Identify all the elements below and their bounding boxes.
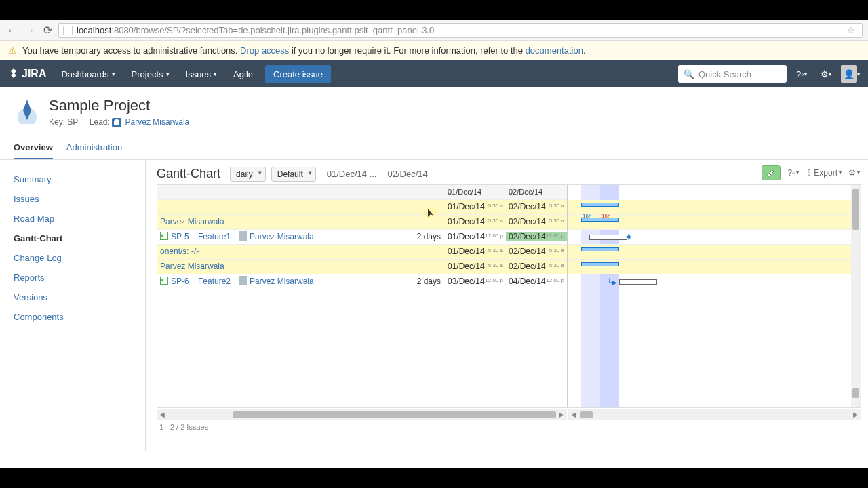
page-icon bbox=[63, 26, 73, 35]
url-path: :8080/browse/SP/?selectedTab=de.polschei… bbox=[111, 25, 434, 35]
pagination-info: 1 - 2 / 2 Issues bbox=[157, 423, 861, 431]
sidebar-item-summary[interactable]: Summary bbox=[0, 169, 145, 189]
warning-icon: ⚠ bbox=[8, 45, 17, 56]
header-date1: 01/Dec/14 bbox=[445, 188, 506, 196]
project-title: Sample Project bbox=[49, 97, 189, 115]
gantt-row: Parvez Misarwala01/Dec/145:30 a02/Dec/14… bbox=[157, 260, 567, 274]
nav-dashboards[interactable]: Dashboards▾ bbox=[54, 60, 121, 87]
banner-text: You have temporary access to administrat… bbox=[22, 45, 237, 56]
right-hscroll[interactable]: ◀ ▶ bbox=[568, 409, 861, 420]
assignee-link[interactable]: Parvez Misarwala bbox=[247, 232, 328, 241]
date-from: 01/Dec/14 ... bbox=[327, 169, 377, 179]
task-icon bbox=[160, 232, 168, 240]
back-button[interactable]: ← bbox=[5, 24, 19, 37]
person-icon bbox=[112, 118, 121, 127]
gantt-row: 01/Dec/145:30 a02/Dec/145:30 a bbox=[157, 200, 567, 215]
sidebar: SummaryIssuesRoad MapGantt-ChartChange L… bbox=[0, 160, 146, 451]
nav-issues[interactable]: Issues▾ bbox=[179, 60, 224, 87]
quick-search[interactable]: 🔍 Quick Search bbox=[678, 65, 787, 83]
avatar-icon bbox=[239, 231, 247, 241]
issue-key[interactable]: SP-5 bbox=[168, 232, 195, 241]
style-dropdown[interactable]: Default bbox=[271, 167, 316, 182]
gear-icon[interactable]: ⚙▾ bbox=[848, 168, 860, 178]
view-dropdown[interactable]: daily bbox=[230, 167, 266, 182]
sidebar-item-issues[interactable]: Issues bbox=[0, 189, 145, 209]
help-icon[interactable]: ?◦▾ bbox=[792, 64, 811, 83]
gantt-title: Gantt-Chart bbox=[157, 167, 220, 181]
address-bar[interactable]: localhost:8080/browse/SP/?selectedTab=de… bbox=[58, 23, 863, 38]
gantt-row: onent/s: -/-01/Dec/145:30 a02/Dec/145:30… bbox=[157, 245, 567, 260]
duration: 2 days bbox=[404, 277, 445, 286]
reload-button[interactable]: ⟳ bbox=[41, 24, 54, 37]
sidebar-item-versions[interactable]: Versions bbox=[0, 287, 145, 307]
progress-icon: ◉ bbox=[626, 232, 632, 240]
sidebar-item-reports[interactable]: Reports bbox=[0, 268, 145, 287]
date-to: 02/Dec/14 bbox=[387, 169, 427, 179]
jira-logo[interactable]: JIRA bbox=[8, 68, 46, 80]
sidebar-item-gantt-chart[interactable]: Gantt-Chart bbox=[0, 228, 145, 248]
edit-button[interactable] bbox=[762, 165, 781, 180]
sidebar-item-road-map[interactable]: Road Map bbox=[0, 209, 145, 228]
sidebar-item-change-log[interactable]: Change Log bbox=[0, 248, 145, 268]
gantt-row: Parvez Misarwala01/Dec/145:30 a02/Dec/14… bbox=[157, 215, 567, 230]
documentation-link[interactable]: documentation bbox=[526, 45, 583, 56]
nav-agile[interactable]: Agile bbox=[226, 60, 260, 87]
tab-overview[interactable]: Overview bbox=[14, 137, 53, 159]
gantt-row: SP-6Feature2Parvez Misarwala2 days03/Dec… bbox=[157, 274, 567, 289]
issue-key[interactable]: SP-6 bbox=[168, 277, 195, 286]
header-date2: 02/Dec/14 bbox=[506, 188, 567, 196]
help-icon[interactable]: ?◦▾ bbox=[787, 168, 799, 178]
issue-summary[interactable]: Feature1 bbox=[195, 232, 236, 241]
dependency-arrow-icon: └▶ bbox=[607, 279, 617, 286]
task-icon bbox=[160, 277, 168, 285]
avatar-icon bbox=[239, 276, 247, 285]
drop-access-link[interactable]: Drop access bbox=[240, 45, 289, 56]
forward-button[interactable]: → bbox=[23, 24, 37, 37]
search-icon: 🔍 bbox=[684, 69, 694, 79]
gantt-bar-sp6[interactable] bbox=[619, 279, 657, 285]
gantt-row: SP-5Feature1Parvez Misarwala2 days01/Dec… bbox=[157, 230, 567, 245]
tab-administration[interactable]: Administration bbox=[66, 137, 122, 159]
sidebar-item-components[interactable]: Components bbox=[0, 307, 145, 327]
bookmark-icon[interactable]: ☆ bbox=[847, 25, 858, 36]
end-date: 04/Dec/1412:00 p bbox=[506, 277, 567, 286]
group-label[interactable]: onent/s: -/- bbox=[157, 247, 445, 256]
badge-16h-red: 16h bbox=[601, 213, 610, 219]
duration: 2 days bbox=[404, 232, 445, 241]
project-meta: Key: SP Lead: Parvez Misarwala bbox=[49, 117, 189, 127]
issue-summary[interactable]: Feature2 bbox=[195, 277, 236, 286]
assignee-link[interactable]: Parvez Misarwala bbox=[247, 277, 328, 286]
settings-icon[interactable]: ⚙▾ bbox=[816, 64, 835, 83]
user-menu[interactable]: 👤▾ bbox=[841, 64, 860, 83]
group-label[interactable]: Parvez Misarwala bbox=[157, 262, 445, 271]
admin-access-banner: ⚠ You have temporary access to administr… bbox=[0, 41, 868, 60]
left-hscroll[interactable]: ◀ ▶ bbox=[157, 409, 567, 420]
nav-projects[interactable]: Projects▾ bbox=[125, 60, 176, 87]
badge-16h: 16h bbox=[583, 213, 591, 219]
project-avatar bbox=[14, 97, 41, 124]
group-label[interactable]: Parvez Misarwala bbox=[157, 217, 445, 226]
start-date: 03/Dec/1412:00 p bbox=[445, 277, 506, 286]
export-button[interactable]: ⇩ Export ▾ bbox=[806, 168, 842, 178]
url-host: localhost bbox=[77, 25, 111, 35]
start-date: 01/Dec/1412:00 p bbox=[445, 232, 506, 241]
jira-header: JIRA Dashboards▾ Projects▾ Issues▾ Agile… bbox=[0, 60, 868, 87]
vertical-scrollbar[interactable] bbox=[851, 185, 861, 407]
create-issue-button[interactable]: Create issue bbox=[265, 65, 331, 83]
end-date: 02/Dec/1412:00 p bbox=[506, 232, 567, 241]
project-lead-link[interactable]: Parvez Misarwala bbox=[125, 117, 190, 127]
gantt-bar-sp5[interactable] bbox=[589, 235, 627, 240]
